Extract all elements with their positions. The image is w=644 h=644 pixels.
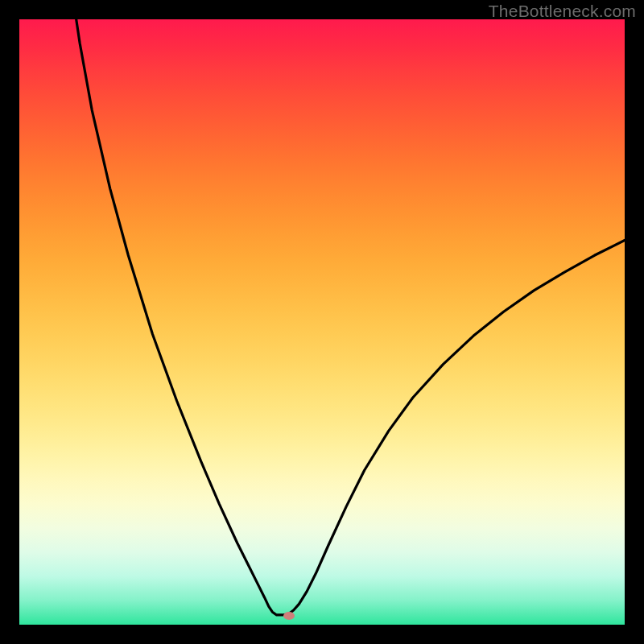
bottleneck-curve [19, 19, 625, 625]
plot-area [19, 19, 625, 625]
optimum-marker [283, 612, 295, 620]
watermark-text: TheBottleneck.com [489, 2, 636, 21]
chart-frame: TheBottleneck.com [0, 0, 644, 644]
